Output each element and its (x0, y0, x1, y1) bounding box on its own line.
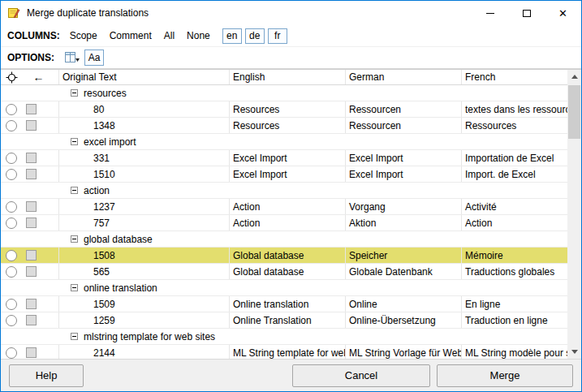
close-button[interactable]: ✕ (545, 1, 581, 25)
language-toggle-fr[interactable]: fr (268, 28, 287, 44)
select-cell (1, 215, 22, 230)
columns-scope-button[interactable]: Scope (70, 30, 97, 41)
group-header-cell: global database (59, 231, 567, 247)
translation-row[interactable]: 331Excel ImportExcel ImportImportation d… (1, 150, 567, 166)
columns-none-button[interactable]: None (187, 30, 210, 41)
copy-checkbox[interactable] (26, 299, 37, 309)
original-id-cell: 1510 (59, 166, 230, 182)
select-radio-button[interactable] (6, 266, 17, 278)
copy-checkbox[interactable] (26, 218, 37, 228)
english-column-header[interactable]: English (230, 70, 346, 84)
translation-row[interactable]: 2144ML String template for webML String … (1, 345, 567, 359)
minimize-icon (486, 13, 494, 14)
collapse-expander-icon[interactable] (71, 235, 78, 243)
translation-row[interactable]: 1510Excel ImportExcel ImportImport. de E… (1, 166, 567, 183)
original-id-cell: 80 (59, 101, 230, 117)
english-text-cell: Resources (230, 118, 346, 133)
english-text-cell: Excel Import (230, 166, 346, 182)
select-radio-button[interactable] (6, 299, 17, 310)
scrollbar-thumb[interactable] (568, 85, 580, 139)
original-id-cell: 757 (59, 215, 230, 230)
group-row[interactable]: global database (1, 231, 567, 248)
original-text-column-header[interactable]: Original Text (59, 70, 230, 84)
collapse-expander-icon[interactable] (71, 187, 78, 194)
help-button[interactable]: Help (9, 364, 84, 387)
column-autowidth-button[interactable] (64, 50, 80, 66)
group-row[interactable]: online translation (1, 280, 567, 296)
maximize-icon (523, 10, 531, 17)
copy-cell (22, 101, 59, 117)
group-name-label: excel import (84, 136, 136, 148)
translation-row[interactable]: 1237ActionVorgangActivité (1, 199, 567, 215)
german-column-header[interactable]: German (346, 70, 462, 84)
copy-cell (22, 296, 59, 312)
copy-cell (22, 345, 59, 359)
columns-all-button[interactable]: All (164, 30, 175, 41)
columns-toolbar: COLUMNS: Scope Comment All None en de fr (1, 25, 581, 47)
copy-checkbox[interactable] (26, 315, 37, 325)
select-radio-button[interactable] (6, 218, 17, 229)
footer-bar: Help Cancel Merge (1, 359, 581, 391)
collapse-expander-icon[interactable] (71, 284, 78, 291)
french-text-cell: Import. de Excel (462, 166, 567, 182)
merge-button[interactable]: Merge (437, 364, 573, 387)
group-spacer-cell (22, 183, 59, 198)
translation-row[interactable]: 80ResourcesRessourcentextes dans les res… (1, 101, 567, 118)
group-row[interactable]: action (1, 183, 567, 199)
select-radio-button[interactable] (6, 201, 17, 213)
copy-checkbox[interactable] (26, 347, 37, 358)
copy-checkbox[interactable] (26, 120, 37, 131)
maximize-button[interactable] (508, 1, 545, 25)
copy-checkbox[interactable] (26, 266, 37, 277)
german-text-cell: Online (346, 296, 462, 312)
group-row[interactable]: excel import (1, 134, 567, 150)
group-header-cell: mlstring template for web sites (59, 329, 567, 344)
columns-comment-button[interactable]: Comment (110, 30, 152, 41)
translation-row[interactable]: 1508Global databaseSpeicherMémoire (1, 248, 567, 264)
select-radio-button[interactable] (6, 347, 17, 359)
language-toggle-de[interactable]: de (245, 28, 265, 44)
group-spacer-cell (22, 85, 59, 101)
translation-row[interactable]: 757ActionAktionAction (1, 215, 567, 231)
group-spacer-cell (1, 329, 22, 344)
scroll-up-button[interactable] (567, 70, 581, 84)
copy-checkbox[interactable] (26, 104, 37, 114)
copy-checkbox[interactable] (26, 250, 37, 261)
select-radio-button[interactable] (6, 120, 17, 131)
select-radio-button[interactable] (6, 250, 17, 261)
translation-row[interactable]: 1509Online translationOnlineEn ligne (1, 296, 567, 312)
french-column-header[interactable]: French (462, 70, 567, 84)
copy-checkbox[interactable] (26, 169, 37, 179)
left-arrow-icon: ← (33, 71, 45, 84)
french-text-cell: Action (462, 215, 567, 230)
language-toggle-en[interactable]: en (222, 28, 242, 44)
copy-checkbox[interactable] (26, 153, 37, 163)
translation-row[interactable]: 1348ResourcesRessourcenRessources (1, 118, 567, 134)
group-row[interactable]: resources (1, 85, 567, 101)
collapse-expander-icon[interactable] (71, 138, 78, 145)
copy-cell (22, 312, 59, 328)
select-column-header[interactable] (1, 70, 22, 84)
vertical-scrollbar[interactable] (567, 70, 581, 359)
french-text-cell: Ressources (462, 118, 567, 133)
select-radio-button[interactable] (6, 315, 17, 326)
scroll-down-icon (571, 350, 578, 354)
minimize-button[interactable] (472, 1, 508, 25)
match-case-toggle[interactable]: Aa (84, 50, 104, 66)
select-cell (1, 264, 22, 279)
copy-column-header[interactable]: ← (22, 70, 59, 84)
cancel-button[interactable]: Cancel (292, 364, 430, 387)
select-radio-button[interactable] (6, 169, 17, 180)
scroll-down-button[interactable] (567, 345, 581, 359)
select-radio-button[interactable] (6, 153, 17, 164)
translation-row[interactable]: 565Global databaseGlobale DatenbankTradu… (1, 264, 567, 280)
select-radio-button[interactable] (6, 104, 17, 115)
original-id-cell: 331 (59, 150, 230, 166)
french-text-cell: Traductions globales (462, 264, 567, 279)
collapse-expander-icon[interactable] (71, 89, 78, 97)
collapse-expander-icon[interactable] (71, 333, 78, 340)
translation-row[interactable]: 1259Online TranslationOnline-Übersetzung… (1, 312, 567, 329)
group-row[interactable]: mlstring template for web sites (1, 329, 567, 345)
english-text-cell: Resources (230, 101, 346, 117)
copy-checkbox[interactable] (26, 201, 37, 212)
